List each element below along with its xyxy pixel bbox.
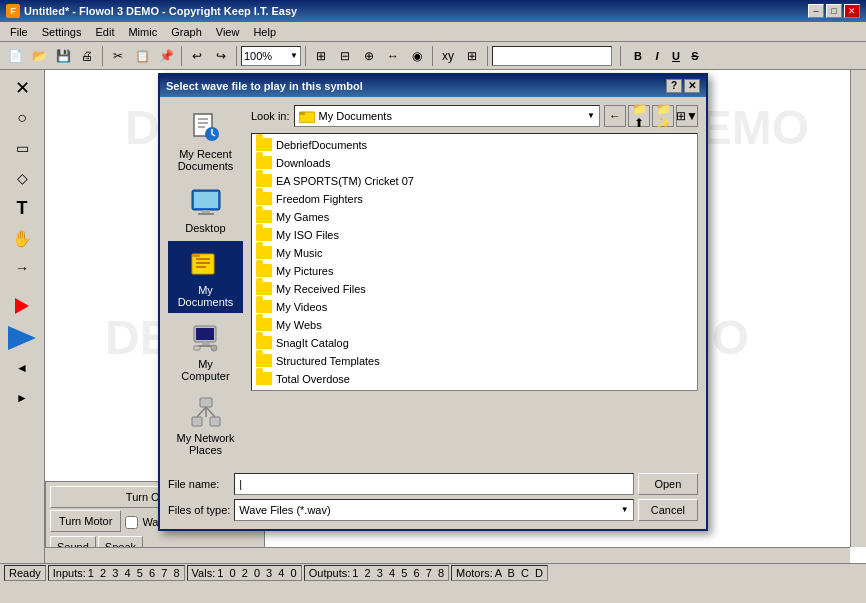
file-name-ea-sports: EA SPORTS(TM) Cricket 07 [276, 175, 414, 187]
file-item-my-pictures[interactable]: My Pictures [254, 262, 695, 280]
svg-rect-27 [299, 112, 305, 115]
dialog-body: My RecentDocuments Desktop My Documents [160, 97, 706, 469]
file-name-my-iso: My ISO Files [276, 229, 339, 241]
file-name-structured-templates: Structured Templates [276, 355, 380, 367]
files-type-arrow: ▼ [621, 505, 629, 514]
file-name-label: File name: [168, 478, 230, 490]
look-in-label: Look in: [251, 110, 290, 122]
nav-my-computer-label: My Computer [173, 358, 238, 382]
folder-icon-received-files [256, 281, 272, 297]
folder-icon-freedom-fighters [256, 191, 272, 207]
file-item-my-games[interactable]: My Games [254, 208, 695, 226]
file-name-my-music: My Music [276, 247, 322, 259]
nav-my-documents[interactable]: My Documents [168, 241, 243, 313]
dialog-nav: My RecentDocuments Desktop My Documents [168, 105, 243, 461]
cancel-button[interactable]: Cancel [638, 499, 698, 521]
file-item-ea-sports[interactable]: EA SPORTS(TM) Cricket 07 [254, 172, 695, 190]
nav-recent-documents[interactable]: My RecentDocuments [168, 105, 243, 177]
svg-rect-13 [196, 266, 206, 268]
svg-rect-15 [196, 328, 214, 340]
my-computer-icon [188, 320, 224, 356]
file-name-downloads: Downloads [276, 157, 330, 169]
folder-icon-my-music [256, 245, 272, 261]
file-item-structured-templates[interactable]: Structured Templates [254, 352, 695, 370]
file-item-my-videos[interactable]: My Videos [254, 298, 695, 316]
file-name-debriefDocuments: DebriefDocuments [276, 139, 367, 151]
dialog-footer: File name: Open Files of type: Wave File… [160, 469, 706, 529]
file-dialog: Select wave file to play in this symbol … [158, 73, 708, 531]
up-folder-button[interactable]: 📁⬆ [628, 105, 650, 127]
svg-rect-22 [210, 417, 220, 426]
folder-icon-my-iso [256, 227, 272, 243]
nav-desktop[interactable]: Desktop [168, 179, 243, 239]
files-of-type-label: Files of type: [168, 504, 230, 516]
file-item-snagit[interactable]: SnagIt Catalog [254, 334, 695, 352]
file-name-snagit: SnagIt Catalog [276, 337, 349, 349]
svg-rect-7 [202, 210, 210, 213]
dialog-close-button[interactable]: ✕ [684, 79, 700, 93]
svg-line-23 [197, 407, 206, 417]
svg-rect-19 [194, 346, 200, 350]
create-folder-button[interactable]: 📁✨ [652, 105, 674, 127]
folder-icon-ea-sports [256, 173, 272, 189]
view-toggle-button[interactable]: ⊞▼ [676, 105, 698, 127]
svg-point-18 [211, 345, 217, 351]
folder-icon-my-games [256, 209, 272, 225]
nav-my-network[interactable]: My NetworkPlaces [168, 389, 243, 461]
nav-my-computer[interactable]: My Computer [168, 315, 243, 387]
folder-icon-structured-templates [256, 353, 272, 369]
file-name-my-pictures: My Pictures [276, 265, 333, 277]
file-item-freedom-fighters[interactable]: Freedom Fighters [254, 190, 695, 208]
svg-rect-20 [200, 398, 212, 407]
svg-rect-21 [192, 417, 202, 426]
go-back-button[interactable]: ← [604, 105, 626, 127]
file-name-my-webs: My Webs [276, 319, 322, 331]
svg-rect-3 [198, 126, 205, 128]
look-in-combo[interactable]: My Documents ▼ [294, 105, 600, 127]
folder-icon-my-webs [256, 317, 272, 333]
file-name-my-games: My Games [276, 211, 329, 223]
file-item-total-overdose[interactable]: Total Overdose [254, 370, 695, 388]
dialog-help-button[interactable]: ? [666, 79, 682, 93]
folder-icon-debriefDocuments [256, 137, 272, 153]
file-item-debriefDocuments[interactable]: DebriefDocuments [254, 136, 695, 154]
svg-rect-1 [198, 118, 208, 120]
nav-my-documents-label: My Documents [173, 284, 238, 308]
file-name-my-videos: My Videos [276, 301, 327, 313]
dialog-title-bar: Select wave file to play in this symbol … [160, 75, 706, 97]
folder-icon-snagit [256, 335, 272, 351]
dialog-title: Select wave file to play in this symbol [166, 80, 363, 92]
dialog-content: Look in: My Documents ▼ ← 📁⬆ 📁✨ ⊞▼ [251, 105, 698, 461]
svg-line-24 [206, 407, 215, 417]
files-of-type-combo[interactable]: Wave Files (*.wav) ▼ [234, 499, 633, 521]
recent-documents-icon [188, 110, 224, 146]
file-name-total-overdose: Total Overdose [276, 373, 350, 385]
look-in-buttons: ← 📁⬆ 📁✨ ⊞▼ [604, 105, 698, 127]
svg-rect-8 [198, 213, 214, 215]
look-in-value: My Documents [319, 110, 392, 122]
svg-rect-16 [202, 342, 210, 345]
dialog-overlay: Select wave file to play in this symbol … [0, 0, 866, 603]
folder-icon-downloads [256, 155, 272, 171]
file-list[interactable]: DebriefDocuments Downloads EA SPORTS(TM)… [251, 133, 698, 391]
svg-rect-11 [196, 258, 210, 260]
files-of-type-value: Wave Files (*.wav) [239, 504, 330, 516]
my-documents-icon [188, 246, 224, 282]
nav-desktop-label: Desktop [185, 222, 225, 234]
file-item-my-music[interactable]: My Music [254, 244, 695, 262]
file-item-my-webs[interactable]: My Webs [254, 316, 695, 334]
file-name-received-files: My Received Files [276, 283, 366, 295]
svg-rect-2 [198, 122, 208, 124]
svg-rect-6 [194, 192, 218, 208]
file-name-freedom-fighters: Freedom Fighters [276, 193, 363, 205]
open-button[interactable]: Open [638, 473, 698, 495]
file-item-downloads[interactable]: Downloads [254, 154, 695, 172]
nav-recent-label: My RecentDocuments [178, 148, 234, 172]
look-in-row: Look in: My Documents ▼ ← 📁⬆ 📁✨ ⊞▼ [251, 105, 698, 127]
svg-rect-10 [192, 254, 200, 257]
dialog-title-buttons: ? ✕ [666, 79, 700, 93]
file-name-input[interactable] [234, 473, 633, 495]
file-item-received-files[interactable]: My Received Files [254, 280, 695, 298]
file-item-my-iso[interactable]: My ISO Files [254, 226, 695, 244]
svg-rect-12 [196, 262, 210, 264]
